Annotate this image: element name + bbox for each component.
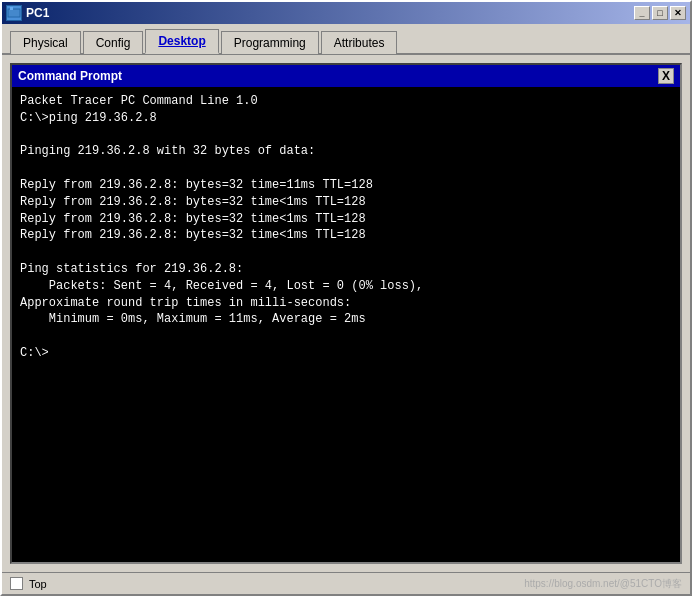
- minimize-button[interactable]: _: [634, 6, 650, 20]
- title-buttons: _ □ ✕: [634, 6, 686, 20]
- top-label: Top: [29, 578, 47, 590]
- status-bar: Top https://blog.osdm.net/@51CTO博客: [2, 572, 690, 594]
- tab-physical[interactable]: Physical: [10, 31, 81, 54]
- cmd-window-title: Command Prompt: [18, 69, 122, 83]
- tab-attributes[interactable]: Attributes: [321, 31, 398, 54]
- cmd-window: Command Prompt X Packet Tracer PC Comman…: [10, 63, 682, 564]
- watermark: https://blog.osdm.net/@51CTO博客: [524, 577, 682, 591]
- content-area: Command Prompt X Packet Tracer PC Comman…: [2, 55, 690, 572]
- top-checkbox[interactable]: [10, 577, 23, 590]
- cmd-body[interactable]: Packet Tracer PC Command Line 1.0 C:\>pi…: [12, 87, 680, 562]
- tab-config[interactable]: Config: [83, 31, 144, 54]
- title-bar: PC1 _ □ ✕: [2, 2, 690, 24]
- svg-rect-1: [10, 7, 13, 10]
- maximize-button[interactable]: □: [652, 6, 668, 20]
- tab-bar: Physical Config Desktop Programming Attr…: [2, 24, 690, 55]
- title-bar-left: PC1: [6, 5, 49, 21]
- cmd-output: Packet Tracer PC Command Line 1.0 C:\>pi…: [20, 93, 672, 362]
- cmd-title-bar: Command Prompt X: [12, 65, 680, 87]
- window-icon: [6, 5, 22, 21]
- tab-desktop[interactable]: Desktop: [145, 29, 218, 54]
- cmd-close-button[interactable]: X: [658, 68, 674, 84]
- svg-rect-0: [8, 9, 20, 17]
- window-title: PC1: [26, 6, 49, 20]
- tab-programming[interactable]: Programming: [221, 31, 319, 54]
- main-window: PC1 _ □ ✕ Physical Config Desktop Progra…: [0, 0, 692, 596]
- close-button[interactable]: ✕: [670, 6, 686, 20]
